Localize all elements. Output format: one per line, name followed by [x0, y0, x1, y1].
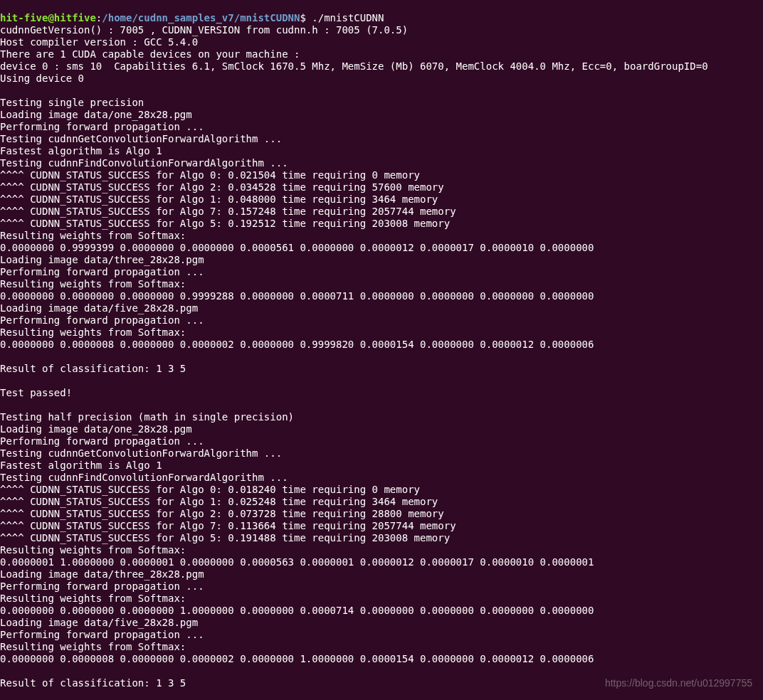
prompt-path: /home/cudnn_samples_v7/mnistCUDNN	[102, 12, 300, 23]
watermark-text: https://blog.csdn.net/u012997755	[605, 677, 752, 689]
prompt-line: hit-five@hitfive:/home/cudnn_samples_v7/…	[0, 12, 384, 23]
terminal-output: cudnnGetVersion() : 7005 , CUDNN_VERSION…	[0, 24, 763, 700]
command-input: ./mnistCUDNN	[312, 12, 384, 23]
terminal-window[interactable]: hit-five@hitfive:/home/cudnn_samples_v7/…	[0, 0, 763, 700]
prompt-dollar: $	[300, 12, 312, 23]
prompt-user: hit-five@hitfive	[0, 12, 96, 23]
